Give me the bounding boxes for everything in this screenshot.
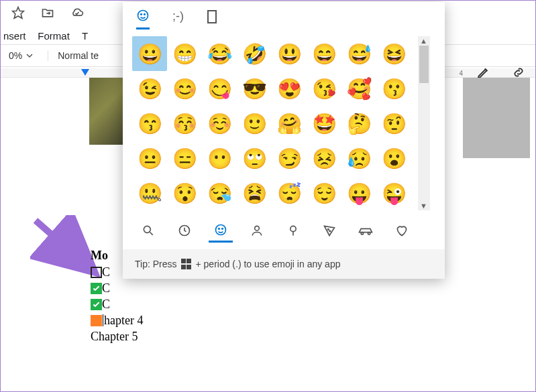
pizza-icon	[323, 224, 336, 237]
emoji-cell[interactable]: 😉	[132, 71, 167, 106]
emoji-cell[interactable]: 😮	[376, 141, 411, 176]
emoji-cell[interactable]: 😀	[132, 36, 167, 71]
tip-text-suffix: + period (.) to use emoji in any app	[196, 259, 341, 269]
emoji-cell[interactable]: 😪	[202, 176, 237, 210]
svg-line-1	[36, 220, 91, 269]
emoji-cell[interactable]: 😴	[272, 176, 307, 210]
category-food[interactable]	[317, 218, 341, 243]
scroll-up-icon[interactable]: ▲	[420, 37, 427, 45]
emoji-cell[interactable]: 😐	[132, 141, 167, 176]
svg-marker-0	[13, 7, 24, 19]
category-transport[interactable]	[354, 218, 378, 243]
svg-point-4	[144, 14, 146, 15]
menu-format[interactable]: Format	[38, 30, 70, 42]
cloud-check-icon[interactable]	[70, 6, 84, 22]
emoji-cell[interactable]: 🤨	[376, 106, 411, 141]
clock-icon	[178, 224, 191, 237]
emoji-cell[interactable]: 😘	[307, 71, 341, 106]
move-folder-icon[interactable]	[41, 6, 54, 22]
svg-point-12	[290, 226, 296, 231]
emoji-cell[interactable]: 😯	[167, 176, 202, 210]
emoji-cell[interactable]: 😛	[341, 176, 376, 210]
list-item[interactable]: hapter 4	[91, 312, 143, 328]
emoji-cell[interactable]: 🤗	[272, 106, 307, 141]
windows-key-icon	[181, 259, 192, 269]
list-item-label: hapter 4	[104, 314, 143, 328]
svg-point-9	[219, 228, 220, 229]
svg-point-8	[216, 224, 226, 235]
svg-point-13	[328, 229, 329, 231]
emoji-cell[interactable]: 😜	[376, 176, 411, 210]
checkbox-checked-icon[interactable]	[91, 299, 102, 310]
zoom-value: 0%	[9, 50, 22, 61]
scroll-thumb[interactable]	[419, 46, 429, 83]
tab-kaomoji[interactable]: ;-)	[172, 9, 184, 29]
emoji-cell[interactable]: 😚	[167, 106, 202, 141]
emoji-cell[interactable]: 🥰	[341, 71, 376, 106]
menu-tools[interactable]: T	[82, 30, 88, 42]
paragraph-style-select[interactable]: Normal te	[48, 50, 99, 61]
list-item-label: Chapter 5	[91, 330, 138, 344]
tab-symbols[interactable]	[207, 9, 217, 29]
star-icon[interactable]	[11, 6, 25, 22]
tip-text-prefix: Tip: Press	[135, 259, 177, 269]
emoji-cell[interactable]: 😆	[376, 36, 411, 71]
category-search[interactable]	[136, 218, 160, 243]
list-item[interactable]: C	[91, 280, 143, 296]
emoji-cell[interactable]: 🙂	[237, 106, 272, 141]
emoji-cell[interactable]: 😙	[132, 106, 167, 141]
search-icon	[142, 224, 155, 237]
people-icon	[250, 224, 264, 237]
menu-insert[interactable]: nsert	[3, 30, 25, 42]
emoji-cell[interactable]: 😣	[307, 141, 341, 176]
emoji-cell[interactable]: 😁	[167, 36, 202, 71]
list-item[interactable]: Chapter 5	[91, 328, 143, 344]
emoji-cell[interactable]: 🙄	[237, 141, 272, 176]
category-heart[interactable]	[390, 218, 414, 243]
emoji-cell[interactable]: 😏	[272, 141, 307, 176]
svg-point-11	[255, 226, 260, 231]
checkbox-checked-icon[interactable]	[91, 283, 102, 294]
grey-panel	[463, 78, 530, 158]
category-smileys[interactable]	[209, 218, 233, 243]
emoji-cell[interactable]: 😅	[341, 36, 376, 71]
list-item[interactable]: C	[91, 296, 143, 312]
scroll-down-icon[interactable]: ▼	[420, 202, 427, 210]
emoji-cell[interactable]: 😍	[272, 71, 307, 106]
svg-point-6	[144, 226, 150, 233]
emoji-cell[interactable]: 😋	[202, 71, 237, 106]
heart-icon	[395, 224, 409, 237]
emoji-cell[interactable]: 😗	[376, 71, 411, 106]
list-item-label: C	[102, 265, 110, 279]
smiley-icon	[136, 9, 150, 22]
emoji-cell[interactable]: 🤩	[307, 106, 341, 141]
emoji-cell[interactable]: 😥	[341, 141, 376, 176]
svg-point-14	[329, 231, 331, 232]
emoji-cell[interactable]: 🤐	[132, 176, 167, 210]
emoji-cell[interactable]: 😄	[307, 36, 341, 71]
tab-emoji[interactable]	[136, 9, 150, 29]
indent-marker-icon[interactable]	[81, 69, 89, 76]
emoji-cell[interactable]: 😊	[167, 71, 202, 106]
emoji-picker: ;-) 😀😁😂🤣😃😄😅😆😉😊😋😎😍😘🥰😗😙😚☺️🙂🤗🤩🤔🤨😐😑😶🙄😏😣😥😮🤐😯😪…	[123, 2, 445, 279]
category-recent[interactable]	[172, 218, 197, 243]
emoji-cell[interactable]: 😂	[202, 36, 237, 71]
emoji-cell[interactable]: 🤣	[237, 36, 272, 71]
checkbox-orange-icon[interactable]	[91, 315, 102, 326]
svg-point-16	[368, 233, 370, 235]
emoji-cell[interactable]: 😫	[237, 176, 272, 210]
emoji-cell[interactable]: ☺️	[202, 106, 237, 141]
emoji-cell[interactable]: 😶	[202, 141, 237, 176]
checkbox-unchecked-icon[interactable]	[91, 267, 102, 278]
emoji-cell[interactable]: 😃	[272, 36, 307, 71]
emoji-cell[interactable]: 😌	[307, 176, 341, 210]
emoji-cell[interactable]: 😑	[167, 141, 202, 176]
emoji-cell[interactable]: 🤔	[341, 106, 376, 141]
category-people[interactable]	[245, 218, 269, 243]
emoji-scrollbar[interactable]: ▲ ▼	[418, 36, 430, 210]
svg-point-10	[222, 228, 223, 229]
category-celebration[interactable]	[281, 218, 305, 243]
zoom-select[interactable]: 0%	[3, 49, 38, 62]
balloon-icon	[286, 224, 300, 237]
emoji-cell[interactable]: 😎	[237, 71, 272, 106]
